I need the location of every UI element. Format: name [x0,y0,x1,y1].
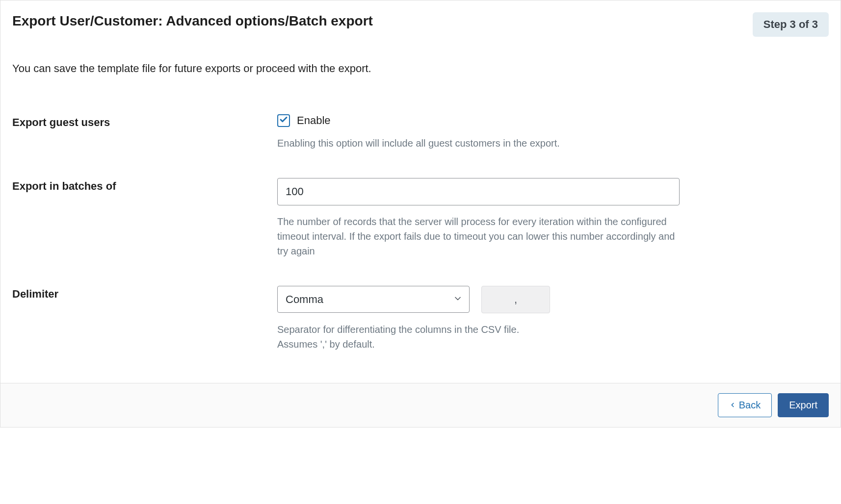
delimiter-select[interactable]: Comma [277,286,470,313]
header-row: Export User/Customer: Advanced options/B… [12,12,829,37]
back-button[interactable]: Back [718,393,772,417]
back-button-label: Back [739,400,761,411]
delimiter-preview[interactable] [481,286,550,313]
label-batch: Export in batches of [12,178,277,193]
intro-text: You can save the template file for futur… [12,62,829,75]
form-row-delimiter: Delimiter Comma Separator for differenti… [12,286,829,352]
control-delimiter: Comma Separator for differentiating the … [277,286,680,352]
delimiter-select-wrap: Comma [277,286,470,313]
form-row-guest-users: Export guest users Enable Enabling this … [12,114,829,151]
help-guest-users: Enabling this option will include all gu… [277,136,680,151]
checkbox-wrap-enable: Enable [277,114,680,127]
checkbox-label-enable: Enable [297,114,331,127]
form-row-batch: Export in batches of The number of recor… [12,178,829,258]
checkmark-icon [279,115,288,126]
control-batch: The number of records that the server wi… [277,178,680,258]
export-button[interactable]: Export [778,393,829,417]
label-guest-users: Export guest users [12,114,277,129]
footer-bar: Back Export [0,383,841,427]
control-guest-users: Enable Enabling this option will include… [277,114,680,151]
delimiter-inputs: Comma [277,286,680,313]
batch-size-input[interactable] [277,178,680,205]
step-badge: Step 3 of 3 [753,12,829,37]
chevron-left-icon [729,400,736,411]
page-title: Export User/Customer: Advanced options/B… [12,12,373,30]
content-area: Export User/Customer: Advanced options/B… [0,0,841,383]
checkbox-enable-guest[interactable] [277,114,290,127]
help-delimiter: Separator for differentiating the column… [277,322,552,352]
label-delimiter: Delimiter [12,286,277,301]
export-advanced-panel: Export User/Customer: Advanced options/B… [0,0,841,428]
export-button-label: Export [789,400,817,411]
help-batch: The number of records that the server wi… [277,214,680,258]
